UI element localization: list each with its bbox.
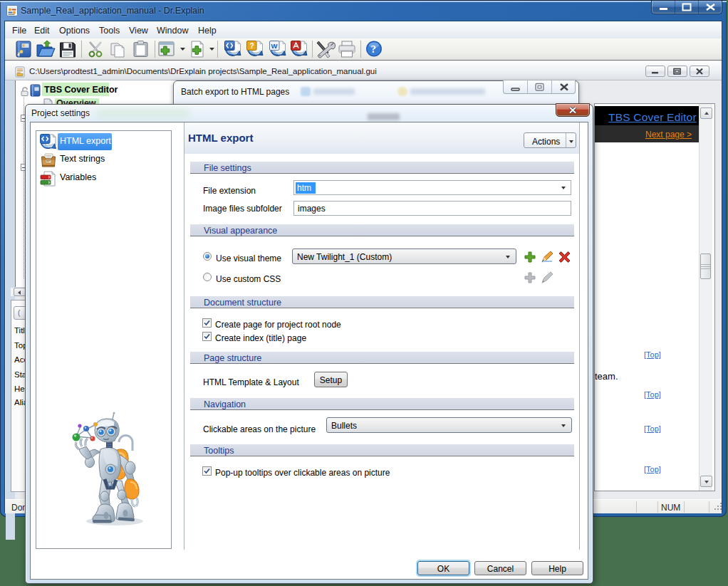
svg-text:?: ? — [250, 42, 254, 50]
svg-text:?: ? — [371, 43, 377, 55]
svg-text:W: W — [271, 42, 278, 50]
